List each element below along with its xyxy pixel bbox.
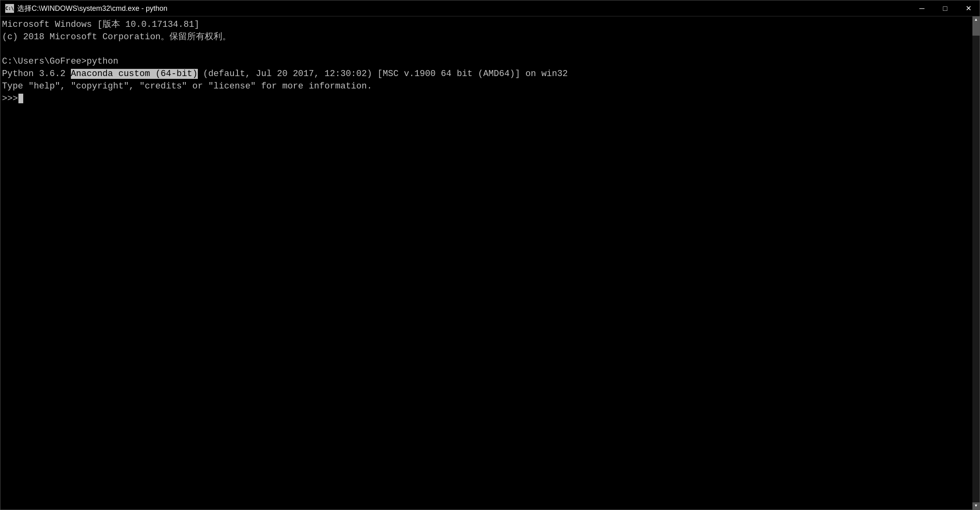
- scrollbar-thumb[interactable]: [972, 24, 980, 36]
- scroll-down-button[interactable]: ▼: [972, 502, 980, 510]
- output-line-2: (c) 2018 Microsoft Corporation。保留所有权利。: [2, 31, 978, 44]
- minimize-button[interactable]: ─: [911, 0, 933, 16]
- cmd-icon: C:\: [5, 4, 14, 13]
- anaconda-highlight: Anaconda custom (64-bit): [71, 69, 198, 79]
- console-output[interactable]: Microsoft Windows [版本 10.0.17134.81] (c)…: [0, 16, 980, 510]
- window-title: 选择C:\WINDOWS\system32\cmd.exe - python: [17, 4, 975, 13]
- python-version-prefix: Python 3.6.2: [2, 69, 71, 79]
- scrollbar-track[interactable]: [972, 24, 980, 502]
- cursor: [18, 94, 23, 103]
- scroll-up-button[interactable]: ▲: [972, 16, 980, 24]
- output-line-3: [2, 44, 978, 56]
- close-button[interactable]: ✕: [957, 0, 980, 16]
- maximize-button[interactable]: □: [934, 0, 956, 16]
- python-version-suffix: (default, Jul 20 2017, 12:30:02) [MSC v.…: [198, 69, 568, 79]
- cmd-window: C:\ 选择C:\WINDOWS\system32\cmd.exe - pyth…: [0, 0, 980, 510]
- output-line-4: C:\Users\GoFree>python: [2, 56, 978, 68]
- output-line-1: Microsoft Windows [版本 10.0.17134.81]: [2, 19, 978, 31]
- output-line-5: Python 3.6.2 Anaconda custom (64-bit) (d…: [2, 68, 978, 80]
- title-bar: C:\ 选择C:\WINDOWS\system32\cmd.exe - pyth…: [0, 0, 980, 16]
- window-controls: ─ □ ✕: [911, 0, 980, 16]
- prompt: >>>: [2, 94, 18, 104]
- output-line-6: Type "help", "copyright", "credits" or "…: [2, 80, 978, 93]
- scrollbar[interactable]: ▲ ▼: [972, 16, 980, 510]
- output-line-7: >>>: [2, 93, 978, 105]
